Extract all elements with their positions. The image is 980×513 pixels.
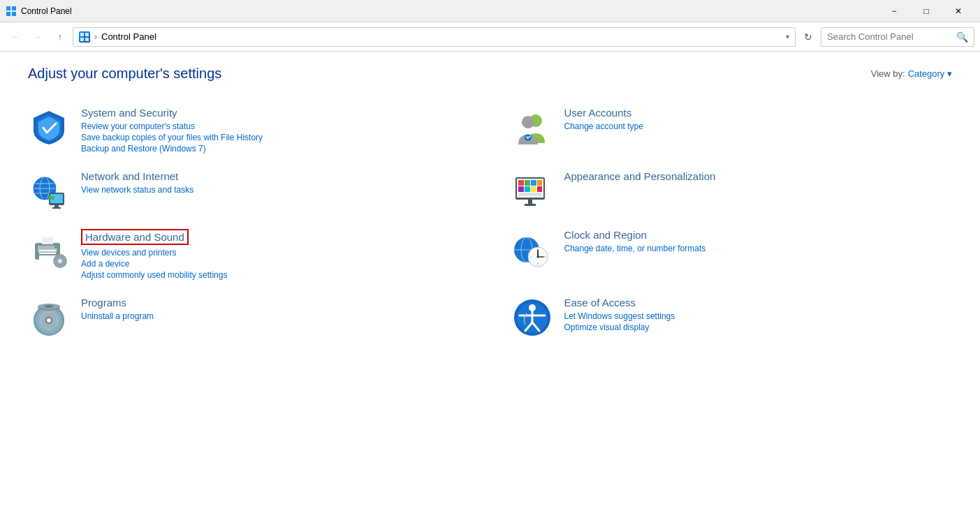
svg-rect-19	[52, 207, 61, 209]
address-bar: ← → ↑ › Control Panel ▾ ↻ 🔍	[0, 22, 980, 52]
address-path: Control Panel	[101, 31, 782, 42]
clock-icon	[511, 229, 553, 271]
programs-links: Uninstall a program	[81, 311, 154, 321]
change-account-type-link[interactable]: Change account type	[564, 121, 643, 131]
svg-rect-20	[49, 196, 54, 200]
clock-links: Change date, time, or number formats	[564, 244, 706, 253]
optimize-visual-link[interactable]: Optimize visual display	[564, 322, 675, 332]
network-title[interactable]: Network and Internet	[81, 170, 193, 182]
search-input[interactable]	[827, 31, 953, 42]
search-icon: 🔍	[956, 31, 968, 43]
address-icon	[79, 31, 90, 43]
categories-grid: System and Security Review your computer…	[28, 98, 952, 347]
svg-rect-2	[6, 12, 10, 16]
ease-of-access-links: Let Windows suggest settings Optimize vi…	[564, 311, 675, 332]
svg-rect-23	[518, 180, 524, 186]
programs-content: Programs Uninstall a program	[81, 297, 154, 321]
svg-rect-36	[39, 250, 56, 251]
close-button[interactable]: ✕	[942, 0, 974, 22]
user-accounts-links: Change account type	[564, 121, 643, 131]
appearance-content: Appearance and Personalization	[564, 170, 716, 185]
category-clock: Clock and Region Change date, time, or n…	[511, 221, 953, 288]
svg-rect-18	[54, 205, 59, 207]
svg-point-43	[59, 260, 61, 262]
hardware-icon	[28, 229, 70, 271]
ease-of-access-content: Ease of Access Let Windows suggest setti…	[564, 297, 675, 332]
up-button[interactable]: ↑	[50, 27, 70, 47]
backup-restore-link[interactable]: Backup and Restore (Windows 7)	[81, 144, 263, 154]
user-accounts-content: User Accounts Change account type	[564, 107, 643, 131]
network-content: Network and Internet View network status…	[81, 170, 193, 195]
user-accounts-icon	[511, 107, 553, 149]
page-header: Adjust your computer's settings View by:…	[28, 66, 952, 82]
search-box[interactable]: 🔍	[821, 27, 974, 47]
network-links: View network status and tasks	[81, 185, 193, 195]
view-by-label: View by:	[871, 68, 905, 79]
svg-rect-33	[525, 204, 536, 206]
file-history-link[interactable]: Save backup copies of your files with Fi…	[81, 133, 263, 142]
back-button[interactable]: ←	[6, 27, 25, 47]
review-computer-status-link[interactable]: Review your computer's status	[81, 121, 263, 131]
programs-icon	[28, 297, 70, 339]
svg-rect-39	[42, 237, 53, 244]
main-content: Adjust your computer's settings View by:…	[0, 52, 980, 513]
category-ease-of-access: Ease of Access Let Windows suggest setti…	[511, 288, 953, 347]
minimize-button[interactable]: −	[878, 0, 910, 22]
address-dropdown-icon[interactable]: ▾	[786, 33, 789, 40]
appearance-title[interactable]: Appearance and Personalization	[564, 170, 716, 182]
window-controls: − □ ✕	[878, 0, 974, 22]
view-by-value[interactable]: Category ▾	[908, 68, 952, 79]
svg-rect-7	[85, 38, 89, 41]
svg-rect-37	[39, 253, 56, 254]
svg-rect-5	[85, 33, 89, 36]
refresh-button[interactable]: ↻	[798, 27, 818, 47]
category-appearance: Appearance and Personalization	[511, 162, 953, 221]
svg-rect-24	[525, 180, 530, 186]
svg-rect-0	[6, 6, 10, 10]
system-security-title[interactable]: System and Security	[81, 107, 263, 119]
svg-rect-27	[518, 186, 524, 192]
category-programs: Programs Uninstall a program	[28, 288, 469, 347]
clock-title[interactable]: Clock and Region	[564, 229, 706, 241]
date-time-link[interactable]: Change date, time, or number formats	[564, 244, 706, 253]
svg-point-40	[54, 246, 57, 248]
svg-rect-26	[537, 180, 542, 186]
svg-rect-3	[12, 12, 16, 16]
category-user-accounts: User Accounts Change account type	[511, 98, 953, 162]
user-accounts-title[interactable]: User Accounts	[564, 107, 643, 119]
page-title: Adjust your computer's settings	[28, 66, 221, 82]
svg-rect-4	[80, 33, 84, 36]
ease-of-access-title[interactable]: Ease of Access	[564, 297, 675, 308]
view-devices-link[interactable]: View devices and printers	[81, 248, 227, 258]
svg-rect-31	[518, 193, 542, 196]
svg-point-51	[536, 256, 539, 258]
hardware-content: Hardware and Sound View devices and prin…	[81, 229, 227, 280]
maximize-button[interactable]: □	[910, 0, 942, 22]
svg-rect-30	[537, 186, 542, 192]
app-icon	[6, 6, 17, 17]
svg-point-9	[522, 116, 534, 128]
view-by: View by: Category ▾	[871, 68, 952, 79]
windows-suggest-link[interactable]: Let Windows suggest settings	[564, 311, 675, 321]
svg-rect-35	[38, 246, 57, 253]
mobility-settings-link[interactable]: Adjust commonly used mobility settings	[81, 270, 227, 280]
window-title: Control Panel	[21, 6, 878, 16]
hardware-title[interactable]: Hardware and Sound	[81, 229, 189, 245]
svg-rect-25	[531, 180, 536, 186]
svg-rect-32	[528, 200, 532, 204]
network-status-link[interactable]: View network status and tasks	[81, 185, 193, 195]
breadcrumb-separator: ›	[94, 32, 97, 42]
category-system-security: System and Security Review your computer…	[28, 98, 469, 162]
uninstall-program-link[interactable]: Uninstall a program	[81, 311, 154, 321]
address-field[interactable]: › Control Panel ▾	[73, 27, 796, 47]
hardware-links: View devices and printers Add a device A…	[81, 248, 227, 280]
forward-button[interactable]: →	[28, 27, 47, 47]
title-bar: Control Panel − □ ✕	[0, 0, 980, 22]
programs-title[interactable]: Programs	[81, 297, 154, 308]
add-device-link[interactable]: Add a device	[81, 259, 227, 269]
ease-of-access-icon	[511, 297, 553, 339]
clock-content: Clock and Region Change date, time, or n…	[564, 229, 706, 253]
svg-point-66	[45, 305, 53, 308]
system-security-content: System and Security Review your computer…	[81, 107, 263, 154]
svg-rect-6	[80, 38, 84, 41]
